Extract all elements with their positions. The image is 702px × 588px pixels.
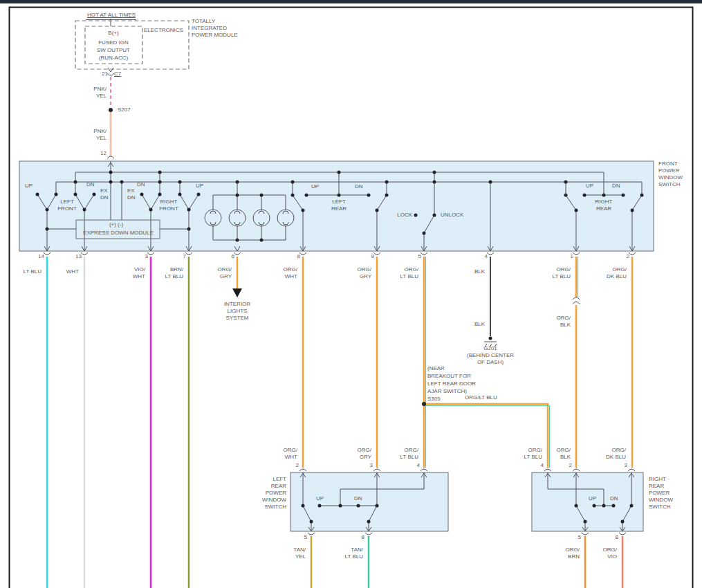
top-bar bbox=[0, 0, 702, 3]
up-label: UP bbox=[589, 495, 596, 502]
wire-color-label: ORG/ GRY bbox=[341, 447, 371, 461]
wire-color-label: VIO/ WHT bbox=[115, 266, 145, 280]
dn-label-right-rear: DN bbox=[612, 183, 620, 190]
electronics-label: ELECTRONICS bbox=[144, 27, 183, 34]
right-rear-label: RIGHT REAR bbox=[586, 199, 621, 212]
ground-dot-icon bbox=[489, 337, 492, 340]
pin-number: 13 bbox=[68, 253, 82, 260]
wire-color-label: ORG/ GRY bbox=[341, 266, 371, 280]
dn-label-left-front: DN bbox=[86, 181, 95, 188]
wire-color-label: BRN/ LT BLU bbox=[153, 266, 183, 280]
pin-number: 2 bbox=[285, 462, 299, 469]
wire-color-label: TAN/ LT BLU bbox=[333, 546, 363, 560]
ex-dn-label-right: EX DN bbox=[127, 187, 136, 201]
splice-s305-dot bbox=[422, 402, 426, 406]
front-switch-name-label: FRONT POWER WINDOW SWITCH bbox=[658, 160, 683, 188]
up-label-left-front: UP bbox=[25, 183, 33, 190]
module-terminals-label: (+) (-) bbox=[102, 221, 130, 228]
unlock-label: UNLOCK bbox=[441, 212, 463, 219]
up-label-right-rear: UP bbox=[586, 183, 593, 190]
pin-connector-arcs bbox=[44, 252, 636, 255]
pin-number: 1 bbox=[560, 253, 573, 260]
up-label-left-rear: UP bbox=[311, 183, 319, 190]
wire-color-label: ORG/ DK BLU bbox=[595, 447, 626, 461]
dn-label: DN bbox=[610, 495, 618, 502]
pin-number: 2 bbox=[616, 253, 629, 260]
right-rear-switch-name-label: RIGHT REAR POWER WINDOW SWITCH bbox=[649, 476, 673, 511]
pin-21-label: 21 bbox=[94, 71, 108, 77]
pin-number: 14 bbox=[30, 253, 44, 260]
feed-wires bbox=[107, 77, 114, 158]
pin-number: 2 bbox=[558, 462, 572, 469]
wire-label-pnk-yel-2: PNK/ YEL bbox=[76, 128, 107, 142]
wiring-diagram-page: HOT AT ALL TIMES B(+) FUSED IGN SW OUTPU… bbox=[0, 0, 702, 588]
pin-number: 9 bbox=[360, 253, 374, 260]
up-label-right-front: UP bbox=[196, 183, 203, 190]
tipm-feed-stub bbox=[86, 19, 136, 26]
fused-ign-output-label: FUSED IGN SW OUTPUT (RUN-ACC) bbox=[86, 39, 141, 62]
wire-color-label: TAN/ YEL bbox=[275, 546, 306, 560]
tipm-name-label: TOTALLY INTEGRATED POWER MODULE bbox=[192, 18, 238, 39]
wire-color-label: BLK bbox=[454, 268, 485, 275]
splice-s207-label: S207 bbox=[118, 107, 131, 113]
harness-wires bbox=[47, 257, 632, 588]
pin-connector-arcs bbox=[299, 469, 427, 471]
lock-contact-dot bbox=[414, 214, 418, 217]
left-rear-label: LEFT REAR bbox=[322, 199, 356, 212]
express-down-module-label: EXPRESS DOWN MODULE bbox=[77, 230, 160, 237]
wire-color-label: ORG/ VIO bbox=[586, 546, 617, 560]
pin-number: 8 bbox=[286, 253, 300, 260]
connector-pin12-icon bbox=[107, 156, 114, 158]
wire-color-label: ORG/ DK BLU bbox=[596, 266, 627, 280]
dn-label-right-front: DN bbox=[137, 181, 145, 188]
interior-lights-system-label: INTERIOR LIGHTS SYSTEM bbox=[213, 301, 261, 322]
lock-label: LOCK bbox=[382, 212, 412, 219]
dn-label-left-rear: DN bbox=[355, 183, 363, 190]
pin-number: 3 bbox=[359, 462, 373, 469]
branch-wire-label-org-lt-blu: ORG/LT BLU bbox=[465, 394, 497, 401]
wire-color-label-org-blk: ORG/ BLK bbox=[540, 315, 571, 329]
left-front-label: LEFT FRONT bbox=[46, 199, 88, 212]
connector-c7-icon bbox=[107, 73, 114, 75]
right-rear-power-window-switch-box bbox=[532, 469, 643, 535]
pin-number: 4 bbox=[474, 253, 488, 260]
inline-connector-break-icon bbox=[573, 297, 580, 304]
wire-color-label: WHT bbox=[48, 268, 79, 275]
pin-number: 3 bbox=[613, 462, 627, 469]
interior-lights-arrow-icon bbox=[232, 288, 242, 297]
pin-connector-arcs bbox=[582, 533, 626, 535]
splice-s207-dot bbox=[109, 108, 113, 112]
wire-color-label: ORG/ GRY bbox=[201, 266, 232, 280]
pin-number: 5 bbox=[293, 534, 307, 541]
wire-color-label: ORG/ BLK bbox=[540, 447, 571, 461]
ex-dn-label-left: EX DN bbox=[100, 187, 109, 201]
wire-color-label: LT BLU bbox=[11, 268, 41, 275]
tipm-out-arrow-icon bbox=[108, 68, 113, 72]
pin-number: 3 bbox=[134, 253, 148, 260]
wire-color-label: ORG/ LT BLU bbox=[540, 266, 571, 280]
up-label: UP bbox=[316, 495, 324, 502]
b-plus-label: B(+) bbox=[86, 30, 141, 37]
wire-color-label: ORG/ LT BLU bbox=[388, 447, 418, 461]
pin-number: 5 bbox=[407, 253, 421, 260]
wire-color-label: ORG/ BRN bbox=[549, 546, 580, 560]
wire-color-label: ORG/ WHT bbox=[267, 447, 297, 461]
wire-label-pnk-yel-1: PNK/ YEL bbox=[76, 86, 107, 100]
wire-color-label-blk: BLK bbox=[454, 321, 485, 328]
hot-at-all-times-label: HOT AT ALL TIMES bbox=[80, 12, 142, 19]
right-front-label: RIGHT FRONT bbox=[148, 199, 190, 212]
left-rear-switch-name-label: LEFT REAR POWER WINDOW SWITCH bbox=[245, 476, 286, 511]
ground-g201-label: G201 bbox=[449, 345, 532, 352]
pin-number: 4 bbox=[406, 462, 420, 469]
wire-color-label: ORG/ LT BLU bbox=[388, 266, 418, 280]
right-rear-switch-rect bbox=[532, 472, 643, 531]
wire-color-label: ORG/ LT BLU bbox=[512, 447, 542, 461]
pin-number: 4 bbox=[530, 462, 544, 469]
pin-number: 7 bbox=[172, 253, 186, 260]
connector-c7-link[interactable]: C7 bbox=[114, 71, 121, 77]
left-rear-power-window-switch-box bbox=[290, 469, 448, 535]
pin-number: 6 bbox=[221, 253, 234, 260]
ground-location-label: (BEHIND CENTER OF DASH) bbox=[449, 352, 532, 366]
pin-connector-arcs bbox=[544, 469, 635, 471]
wire-color-label: ORG/ WHT bbox=[267, 266, 297, 280]
